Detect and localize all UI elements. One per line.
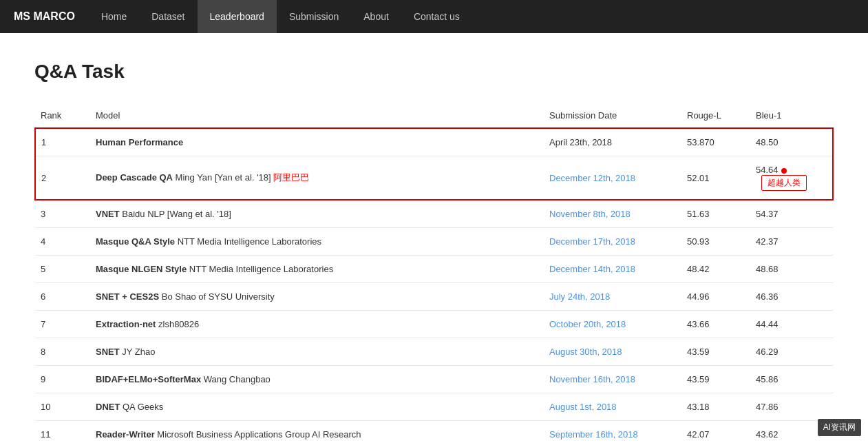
- nav-submission[interactable]: Submission: [277, 0, 351, 33]
- col-model: Model: [90, 103, 544, 128]
- watermark: AI资讯网: [818, 419, 861, 436]
- cell-date[interactable]: December 17th, 2018: [544, 228, 681, 256]
- cell-model: BIDAF+ELMo+SofterMax Wang Changbao: [90, 366, 544, 393]
- date-link[interactable]: September 16th, 2018: [549, 429, 638, 440]
- cell-rouge: 50.93: [681, 228, 750, 256]
- model-name-bold: SNET + CES2S: [96, 291, 159, 302]
- model-name-bold: Masque NLGEN Style: [96, 264, 187, 274]
- table-row: 8SNET JY ZhaoAugust 30th, 201843.5946.29: [35, 338, 833, 366]
- date-link[interactable]: November 16th, 2018: [549, 374, 635, 384]
- page-title: Q&A Task: [34, 61, 834, 83]
- cell-date[interactable]: July 24th, 2018: [544, 283, 681, 311]
- cell-rouge: 43.59: [681, 366, 750, 393]
- leaderboard-table: Rank Model Submission Date Rouge-L Bleu-…: [34, 103, 834, 443]
- model-name-rest: NTT Media Intelligence Laboratories: [187, 264, 333, 274]
- cell-rank: 5: [35, 256, 90, 283]
- table-row: 1Human PerformanceApril 23th, 201853.870…: [35, 128, 833, 156]
- cell-model: DNET QA Geeks: [90, 393, 544, 421]
- leaderboard-table-container: Rank Model Submission Date Rouge-L Bleu-…: [34, 103, 834, 443]
- nav-leaderboard[interactable]: Leaderboard: [198, 0, 277, 33]
- cell-rank: 6: [35, 283, 90, 311]
- model-name-bold: Deep Cascade QA: [96, 172, 173, 183]
- cell-rouge: 43.66: [681, 311, 750, 338]
- col-rouge: Rouge-L: [681, 103, 750, 128]
- exceed-human-badge: 超越人类: [761, 175, 807, 191]
- cell-bleu: 47.86: [750, 393, 833, 421]
- cell-bleu: 46.36: [750, 283, 833, 311]
- date-link[interactable]: December 17th, 2018: [549, 236, 635, 247]
- cell-rouge: 42.07: [681, 421, 750, 444]
- cell-bleu: 46.29: [750, 338, 833, 366]
- cell-rank: 3: [35, 200, 90, 228]
- model-name-bold: SNET: [96, 347, 120, 357]
- cell-bleu: 54.37: [750, 200, 833, 228]
- nav-dataset[interactable]: Dataset: [139, 0, 197, 33]
- brand-logo: MS MARCO: [14, 10, 75, 23]
- col-date: Submission Date: [544, 103, 681, 128]
- table-header: Rank Model Submission Date Rouge-L Bleu-…: [35, 103, 833, 128]
- cell-model: Masque NLGEN Style NTT Media Intelligenc…: [90, 256, 544, 283]
- cell-rouge: 51.63: [681, 200, 750, 228]
- cell-date[interactable]: November 16th, 2018: [544, 366, 681, 393]
- cell-rank: 11: [35, 421, 90, 444]
- cell-rank: 2: [35, 156, 90, 200]
- cell-rouge: 43.59: [681, 338, 750, 366]
- exceed-dot-icon: [781, 168, 787, 174]
- col-bleu: Bleu-1: [750, 103, 833, 128]
- cell-rouge: 48.42: [681, 256, 750, 283]
- nav-links: Home Dataset Leaderboard Submission Abou…: [89, 0, 472, 33]
- cell-bleu: 54.64超越人类: [750, 156, 833, 200]
- model-name-rest: JY Zhao: [120, 347, 156, 357]
- nav-about[interactable]: About: [351, 0, 401, 33]
- model-name-rest: Microsoft Business Applications Group AI…: [155, 429, 361, 440]
- date-link[interactable]: August 30th, 2018: [549, 347, 622, 357]
- model-name-rest: NTT Media Intelligence Laboratories: [175, 236, 321, 247]
- nav-contact[interactable]: Contact us: [401, 0, 472, 33]
- model-name-bold: DNET: [96, 402, 120, 412]
- table-body: 1Human PerformanceApril 23th, 201853.870…: [35, 128, 833, 443]
- model-name-bold: BIDAF+ELMo+SofterMax: [96, 374, 201, 384]
- model-name-bold: VNET: [96, 209, 120, 219]
- cell-date[interactable]: December 12th, 2018: [544, 156, 681, 200]
- date-link[interactable]: December 14th, 2018: [549, 264, 635, 274]
- date-link[interactable]: October 20th, 2018: [549, 319, 626, 329]
- cell-model: VNET Baidu NLP [Wang et al. '18]: [90, 200, 544, 228]
- cell-date[interactable]: September 16th, 2018: [544, 421, 681, 444]
- cell-model: Reader-Writer Microsoft Business Applica…: [90, 421, 544, 444]
- date-link[interactable]: November 8th, 2018: [549, 209, 631, 219]
- cell-date[interactable]: August 30th, 2018: [544, 338, 681, 366]
- cell-rank: 1: [35, 128, 90, 156]
- cell-model: Extraction-net zlsh80826: [90, 311, 544, 338]
- cell-date[interactable]: October 20th, 2018: [544, 311, 681, 338]
- cell-bleu: 42.37: [750, 228, 833, 256]
- cell-date[interactable]: December 14th, 2018: [544, 256, 681, 283]
- date-link[interactable]: July 24th, 2018: [549, 291, 610, 302]
- table-row: 7Extraction-net zlsh80826October 20th, 2…: [35, 311, 833, 338]
- navbar: MS MARCO Home Dataset Leaderboard Submis…: [0, 0, 868, 33]
- cell-bleu: 45.86: [750, 366, 833, 393]
- model-cn-text: 阿里巴巴: [271, 172, 310, 183]
- cell-rouge: 43.18: [681, 393, 750, 421]
- nav-home[interactable]: Home: [89, 0, 139, 33]
- cell-bleu: 48.68: [750, 256, 833, 283]
- table-row: 9BIDAF+ELMo+SofterMax Wang ChangbaoNovem…: [35, 366, 833, 393]
- date-link[interactable]: August 1st, 2018: [549, 402, 617, 412]
- cell-rank: 9: [35, 366, 90, 393]
- table-row: 3VNET Baidu NLP [Wang et al. '18]Novembe…: [35, 200, 833, 228]
- model-name-rest: zlsh80826: [156, 319, 199, 329]
- cell-model: Human Performance: [90, 128, 544, 156]
- date-link[interactable]: December 12th, 2018: [549, 173, 635, 183]
- model-name-bold: Reader-Writer: [96, 429, 155, 440]
- cell-date[interactable]: November 8th, 2018: [544, 200, 681, 228]
- table-row: 6SNET + CES2S Bo Shao of SYSU University…: [35, 283, 833, 311]
- model-name-bold: Human Performance: [96, 137, 183, 147]
- table-row: 11Reader-Writer Microsoft Business Appli…: [35, 421, 833, 444]
- cell-rank: 10: [35, 393, 90, 421]
- cell-rank: 7: [35, 311, 90, 338]
- cell-date[interactable]: August 1st, 2018: [544, 393, 681, 421]
- cell-model: Deep Cascade QA Ming Yan [Yan et al. '18…: [90, 156, 544, 200]
- cell-rouge: 53.870: [681, 128, 750, 156]
- cell-model: Masque Q&A Style NTT Media Intelligence …: [90, 228, 544, 256]
- cell-model: SNET + CES2S Bo Shao of SYSU University: [90, 283, 544, 311]
- col-rank: Rank: [35, 103, 90, 128]
